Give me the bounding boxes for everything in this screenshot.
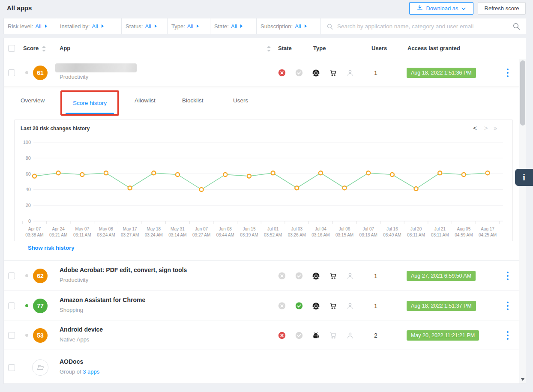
svg-text:03:19 AM: 03:19 AM <box>240 233 258 237</box>
group-apps-link[interactable]: 3 apps <box>83 368 99 375</box>
svg-text:03:15 AM: 03:15 AM <box>335 233 353 237</box>
svg-text:03:44 AM: 03:44 AM <box>216 233 234 237</box>
page-title: All apps <box>7 4 32 12</box>
filter-value: All <box>145 23 151 30</box>
row-menu-button[interactable] <box>504 270 511 281</box>
score-badge: 53 <box>33 328 48 343</box>
svg-text:04:25 AM: 04:25 AM <box>479 233 497 237</box>
search-icon <box>327 24 333 31</box>
tab-blocklist[interactable]: Blocklist <box>182 97 204 104</box>
app-name: Android device <box>60 326 103 333</box>
status-dot <box>25 304 28 307</box>
access-granted-badge: May 20, 2022 11:21:21 PM <box>407 330 479 341</box>
app-name-redacted <box>55 63 137 72</box>
show-risk-history-link[interactable]: Show risk history <box>28 245 74 251</box>
type-user-icon <box>347 272 353 281</box>
row-menu-button[interactable] <box>504 300 511 311</box>
status-dot <box>25 71 28 74</box>
app-category: Native Apps <box>60 336 89 343</box>
svg-text:Jun 07: Jun 07 <box>195 227 208 231</box>
svg-text:May 07: May 07 <box>75 227 89 231</box>
app-row-android[interactable]: 53Android deviceNative Apps2May 20, 2022… <box>4 320 526 350</box>
state-revoked-icon <box>278 272 286 281</box>
svg-text:03:16 AM: 03:16 AM <box>311 233 329 237</box>
filter-bar: Risk level:AllInstalled by:AllStatus:All… <box>3 18 526 34</box>
access-granted-badge: Aug 18, 2022 1:51:37 PM <box>407 301 476 311</box>
svg-text:Jul 06: Jul 06 <box>339 227 350 231</box>
svg-text:03:11 AM: 03:11 AM <box>73 233 91 237</box>
refresh-score-button[interactable]: Refresh score <box>478 2 526 15</box>
users-count: 1 <box>370 272 381 279</box>
filter-state[interactable]: State:All <box>210 18 257 34</box>
row-checkbox[interactable] <box>8 302 15 309</box>
group-apps-text: Group of 3 apps <box>60 368 99 375</box>
vertical-scrollbar[interactable] <box>519 59 526 384</box>
row-menu-button[interactable] <box>504 67 511 78</box>
svg-text:40: 40 <box>26 187 31 192</box>
svg-text:Jul 16: Jul 16 <box>386 227 398 231</box>
app-row-amazon[interactable]: 77Amazon Assistant for ChromeShopping1Au… <box>4 290 526 320</box>
search-submit-icon[interactable] <box>513 23 520 32</box>
app-row-aodocs[interactable]: AODocsGroup of 3 apps <box>4 350 526 384</box>
type-webstore-cart-icon <box>329 302 337 311</box>
svg-text:03:27 AM: 03:27 AM <box>121 233 139 237</box>
svg-text:03:13 AM: 03:13 AM <box>359 233 377 237</box>
app-row-adobe[interactable]: 62Adobe Acrobat: PDF edit, convert, sign… <box>4 261 526 290</box>
svg-text:Jun 08: Jun 08 <box>219 227 232 231</box>
type-user-icon <box>347 302 353 311</box>
select-all-checkbox[interactable] <box>8 45 15 52</box>
tab-overview[interactable]: Overview <box>21 97 45 104</box>
svg-text:Jul 04: Jul 04 <box>315 227 326 231</box>
status-dot <box>25 334 28 337</box>
download-as-button[interactable]: Download as <box>409 2 473 15</box>
filter-installedby[interactable]: Installed by:All <box>56 18 122 34</box>
column-state: State <box>278 45 292 51</box>
filter-status[interactable]: Status:All <box>122 18 168 34</box>
sort-score-icon[interactable] <box>42 46 46 54</box>
sort-app-icon[interactable] <box>267 46 271 54</box>
filter-label: Risk level: <box>8 23 33 30</box>
row-menu-button[interactable] <box>504 330 511 341</box>
caret-right-icon <box>45 24 47 28</box>
state-approved-icon <box>295 302 303 311</box>
state-approved-icon <box>295 69 303 78</box>
app-detail-panel: OverviewScore historyAllowlistBlocklistU… <box>4 86 526 261</box>
search-input[interactable] <box>321 18 526 34</box>
search-box <box>321 18 526 34</box>
row-checkbox[interactable] <box>8 69 15 76</box>
state-revoked-icon <box>278 332 286 341</box>
info-badge[interactable]: i <box>515 169 533 186</box>
filter-value: All <box>231 23 237 30</box>
tab-score-history[interactable]: Score history <box>73 100 107 106</box>
type-user-icon <box>347 332 353 341</box>
state-approved-icon <box>295 332 303 341</box>
scroll-down-arrow[interactable] <box>521 378 524 381</box>
row-checkbox[interactable] <box>8 272 15 279</box>
tab-allowlist[interactable]: Allowlist <box>135 97 156 104</box>
filter-label: Status: <box>126 23 143 30</box>
svg-text:03:38 AM: 03:38 AM <box>25 233 43 237</box>
row-checkbox[interactable] <box>8 332 15 339</box>
filter-value: All <box>92 23 98 30</box>
chevron-down-icon <box>461 5 466 12</box>
row-checkbox[interactable] <box>8 364 15 371</box>
tab-users[interactable]: Users <box>233 97 248 104</box>
download-as-label: Download as <box>426 5 458 12</box>
scrollbar-thumb[interactable] <box>520 60 525 126</box>
type-webstore-cart-icon <box>329 272 337 281</box>
app-category: Productivity <box>60 277 88 283</box>
svg-text:Apr 24: Apr 24 <box>52 227 65 231</box>
filter-type[interactable]: Type:All <box>168 18 210 34</box>
svg-text:May 17: May 17 <box>123 227 137 231</box>
filter-subscription[interactable]: Subscription:All <box>257 18 321 34</box>
svg-text:Jun 15: Jun 15 <box>243 227 255 231</box>
svg-text:03:21 AM: 03:21 AM <box>49 233 67 237</box>
filter-risklevel[interactable]: Risk level:All <box>4 18 56 34</box>
app-row-redacted[interactable]: 61Productivity1Aug 18, 2022 1:51:36 PM <box>4 59 526 86</box>
filter-label: Subscription: <box>261 23 293 30</box>
svg-text:100: 100 <box>23 140 31 145</box>
type-chrome-icon <box>312 272 320 281</box>
table-header: Score App State Type Users Access last g… <box>4 38 526 59</box>
app-name: Adobe Acrobat: PDF edit, convert, sign t… <box>60 266 187 273</box>
svg-text:Jul 20: Jul 20 <box>410 227 422 231</box>
